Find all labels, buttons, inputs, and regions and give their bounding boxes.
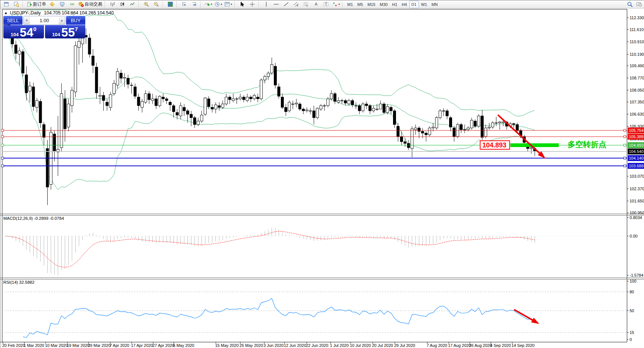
candle-body	[92, 56, 94, 65]
sell-price-display[interactable]: 104 54 0	[3, 25, 44, 38]
arrows-dropdown-caret[interactable]: ▾	[338, 3, 340, 6]
hline-anchor[interactable]	[624, 144, 626, 146]
chat-icon[interactable]	[636, 1, 642, 7]
sell-pips: 54	[20, 27, 34, 38]
crosshair-icon	[249, 1, 255, 7]
bollinger-middle-band	[6, 23, 535, 130]
date-axis-label: 17 Aug 2020	[448, 343, 471, 348]
candle-body	[218, 106, 221, 108]
hline-anchor[interactable]	[624, 157, 626, 159]
equidistant-channel-button[interactable]: E	[291, 0, 301, 8]
templates-button[interactable]: ▾	[223, 0, 233, 8]
candlestick-chart-button[interactable]	[117, 0, 127, 8]
periods-dropdown-caret[interactable]: ▾	[221, 3, 222, 6]
periods-button[interactable]: ▾	[213, 0, 223, 8]
chart-canvas[interactable]: 112.330111.610110.910110.190109.490108.7…	[0, 0, 644, 348]
rsi-label: RSI(14) 32.5882	[3, 280, 34, 284]
timeframe-button-m30[interactable]: M30	[378, 1, 390, 8]
timeframe-button-d1[interactable]: D1	[409, 1, 419, 8]
chart-shift-button[interactable]	[189, 0, 199, 8]
hline-anchor[interactable]	[624, 129, 626, 132]
search-icon[interactable]	[627, 1, 633, 7]
candle-body	[29, 86, 31, 91]
chart-title-symbol: USDJPY-,Daily	[10, 10, 41, 16]
timeframe-button-m1[interactable]: M1	[345, 1, 355, 8]
volume-stepper: ▼ 1.00 ▲	[23, 16, 65, 25]
candle-body	[43, 124, 45, 137]
price-axis-label: 100.950	[630, 211, 644, 215]
price-axis-label: 110.190	[630, 52, 644, 57]
metaeditor-button[interactable]	[47, 0, 57, 8]
timeframe-button-h4[interactable]: H4	[400, 1, 409, 8]
buy-price-display[interactable]: 104 55 7	[45, 25, 86, 38]
sell-button[interactable]: SELL	[3, 16, 23, 25]
text-button[interactable]: A	[311, 0, 321, 8]
macd-label: MACD(12,26,9) -0.2899 -0.0784	[3, 216, 64, 221]
horizontal-line-button[interactable]	[271, 0, 281, 8]
vertical-line-button[interactable]	[261, 0, 271, 8]
arrows-button[interactable]: ▾	[331, 0, 341, 8]
turning-point-highlight-bar[interactable]	[510, 143, 559, 147]
candle-body	[285, 108, 287, 112]
terminal-button[interactable]	[57, 0, 67, 8]
timeframe-button-h1[interactable]: H1	[390, 1, 399, 8]
timeframe-button-mn[interactable]: MN	[429, 1, 440, 8]
rsi-downtrend-arrowhead	[531, 318, 539, 324]
zoom-in-button[interactable]	[141, 0, 151, 8]
hline-anchor[interactable]	[1, 144, 4, 146]
candle-body	[337, 100, 340, 102]
price-axis-label: 112.330	[630, 16, 644, 20]
fibonacci-button[interactable]: F	[301, 0, 311, 8]
candle-body	[365, 104, 368, 106]
new-order-button[interactable]: 新订单	[25, 0, 47, 8]
hline-anchor[interactable]	[1, 129, 4, 132]
timeframe-button-m15[interactable]: M15	[365, 1, 378, 8]
candle-body	[123, 77, 126, 78]
text-label-button[interactable]: T	[321, 0, 331, 8]
timeframe-button-w1[interactable]: W1	[419, 1, 430, 8]
candle-body	[67, 104, 70, 127]
candle-body	[274, 66, 277, 85]
cursor-button[interactable]	[237, 0, 247, 8]
date-axis-label: 29 Mar 2020	[88, 343, 111, 348]
turning-point-text[interactable]: 多空转折点	[568, 140, 606, 149]
buy-button[interactable]: BUY	[66, 16, 85, 25]
price-axis-tag-label: 104.140	[629, 156, 644, 160]
axes-labels: 112.330111.610110.910110.190109.490108.7…	[2, 16, 644, 348]
crosshair-button[interactable]	[247, 0, 257, 8]
hline-anchor[interactable]	[1, 157, 4, 159]
candle-body	[130, 85, 133, 85]
text-icon: A	[313, 1, 319, 7]
templates-dropdown-caret[interactable]: ▾	[231, 3, 232, 6]
auto-scroll-icon	[182, 1, 187, 7]
price-axis-label: 111.610	[630, 27, 644, 32]
autotrading-button[interactable]: 自动交易	[77, 0, 103, 8]
signals-button[interactable]	[67, 0, 77, 8]
rsi-axis-label: 0	[630, 337, 632, 342]
indicators-dropdown-caret[interactable]: ▾	[211, 3, 212, 6]
line-chart-button[interactable]	[127, 0, 137, 8]
price-axis-label: 108.050	[630, 88, 644, 92]
chart-collapse-icon[interactable]: ▲	[4, 11, 8, 15]
tile-windows-button[interactable]	[165, 0, 175, 8]
volume-input[interactable]: 1.00	[30, 16, 59, 24]
timeframe-button-m5[interactable]: M5	[355, 1, 365, 8]
hline-anchor[interactable]	[1, 165, 4, 167]
indicators-button[interactable]: ▾	[203, 0, 213, 8]
trend-line-button[interactable]	[281, 0, 291, 8]
rsi-downtrend-arrow[interactable]	[514, 310, 535, 322]
volume-increase-button[interactable]: ▲	[59, 16, 65, 24]
hline-anchor[interactable]	[624, 136, 626, 138]
hline-anchor[interactable]	[624, 165, 626, 167]
candle-body	[60, 94, 63, 148]
profiles-button[interactable]	[11, 0, 21, 8]
new-window-button[interactable]	[1, 0, 11, 8]
bar-chart-button[interactable]	[107, 0, 117, 8]
zoom-out-button[interactable]	[151, 0, 161, 8]
candle-body	[478, 116, 480, 126]
candle-body	[148, 94, 151, 100]
hline-anchor[interactable]	[1, 136, 4, 138]
chart-title-high: 104.864	[62, 10, 78, 16]
volume-decrease-button[interactable]: ▼	[24, 16, 30, 24]
auto-scroll-button[interactable]	[179, 0, 189, 8]
